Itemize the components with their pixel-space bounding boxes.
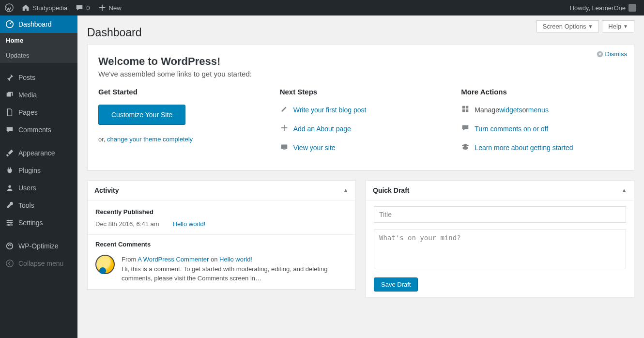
comment-icon [75,3,84,12]
account-menu[interactable]: Howdy, LearnerOne [566,0,640,15]
wordpress-icon [5,3,14,12]
svg-point-0 [5,4,13,12]
comments-link[interactable]: 0 [71,0,93,15]
new-label: New [109,4,122,12]
new-content-link[interactable]: New [94,0,125,15]
site-link[interactable]: Studyopedia [17,0,71,15]
site-name: Studyopedia [32,4,67,12]
admin-toolbar: Studyopedia 0 New Howdy, LearnerOne [0,0,644,15]
home-icon [21,3,30,12]
avatar [629,4,636,12]
plus-icon [98,3,107,12]
comment-count: 0 [86,4,90,12]
howdy-text: Howdy, LearnerOne [570,4,626,12]
wp-logo-menu[interactable] [1,0,17,15]
